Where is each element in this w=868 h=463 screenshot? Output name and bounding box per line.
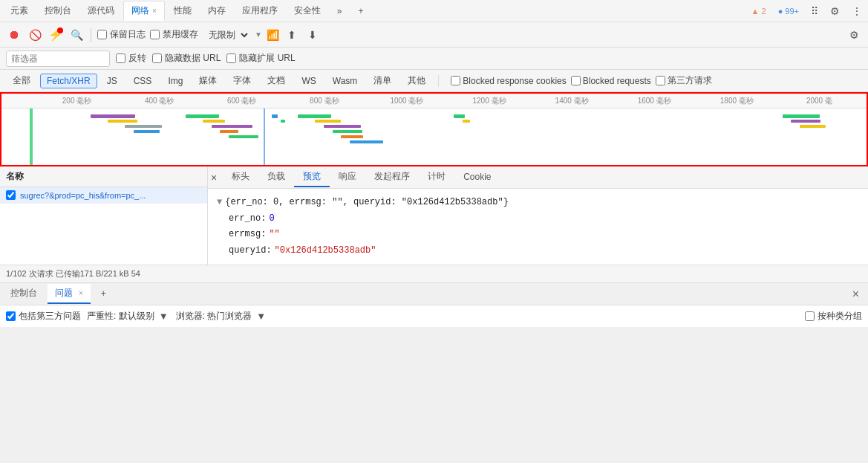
- bottom-close-icon[interactable]: ×: [852, 288, 859, 301]
- bottom-tab-issues-close[interactable]: ×: [79, 289, 83, 297]
- ruler-600: 600 毫秒: [200, 96, 283, 106]
- alerts-icon[interactable]: ▲ 2: [748, 5, 769, 17]
- detail-tab-timing[interactable]: 计时: [419, 167, 454, 187]
- network-toolbar: ⏺ 🚫 ⚡ 🔍 保留日志 禁用缓存 无限制 ▼ 📶 ⬆ ⬇ ⚙: [0, 22, 868, 48]
- tab-more[interactable]: »: [330, 3, 350, 19]
- hide-extension-checkbox[interactable]: 隐藏扩展 URL: [226, 52, 295, 65]
- tab-application[interactable]: 应用程序: [235, 1, 285, 20]
- ruler-1400: 1400 毫秒: [531, 96, 613, 106]
- json-preview: ▼ {err_no: 0, errmsg: "", queryid: "0x12…: [208, 189, 868, 265]
- tab-memory[interactable]: 内存: [200, 1, 233, 20]
- name-row-checkbox[interactable]: [6, 190, 16, 200]
- detail-tab-initiator[interactable]: 发起程序: [365, 167, 419, 187]
- bottom-tabs: 控制台 问题 × + ×: [0, 282, 868, 305]
- tab-sources[interactable]: 源代码: [80, 1, 122, 20]
- type-btn-fetch[interactable]: Fetch/XHR: [40, 74, 97, 88]
- tab-network[interactable]: 网络 ×: [123, 1, 165, 21]
- status-text: 1/102 次请求 已传输171 B/221 kB 54: [6, 268, 140, 279]
- timeline-ruler: 200 毫秒 400 毫秒 600 毫秒 800 毫秒 1000 毫秒 1200…: [1, 94, 867, 109]
- ruler-2000: 2000 毫: [778, 96, 861, 106]
- tab-security[interactable]: 安全性: [287, 1, 328, 20]
- type-btn-js[interactable]: JS: [100, 74, 124, 88]
- json-field-errno: err_no: 0: [229, 211, 859, 227]
- name-row[interactable]: sugrec?&prod=pc_his&from=pc_...: [0, 187, 207, 204]
- json-expand-icon[interactable]: ▼: [217, 195, 222, 211]
- split-container: 名称 sugrec?&prod=pc_his&from=pc_... × 标头 …: [0, 166, 868, 265]
- toolbar-sep-1: [91, 28, 91, 42]
- bottom-tabs-right: ×: [852, 288, 865, 301]
- bottom-tab-issues[interactable]: 问题 ×: [48, 284, 91, 304]
- detail-tab-cookie[interactable]: Cookie: [454, 169, 500, 187]
- left-pane: 名称 sugrec?&prod=pc_his&from=pc_...: [0, 166, 208, 265]
- type-btn-wasm[interactable]: Wasm: [326, 74, 365, 88]
- type-btn-media[interactable]: 媒体: [192, 72, 223, 89]
- bottom-tab-console[interactable]: 控制台: [3, 284, 45, 304]
- right-pane: × 标头 负载 预览 响应 发起程序 计时 Cookie ▼ {err_no: …: [208, 166, 868, 265]
- clear-button[interactable]: 🚫: [27, 27, 43, 43]
- type-btn-ws[interactable]: WS: [295, 74, 322, 88]
- tab-performance[interactable]: 性能: [166, 1, 199, 20]
- preserve-log-checkbox[interactable]: 保留日志: [97, 28, 146, 41]
- bottom-filter-right: 按种类分组: [805, 310, 862, 323]
- search-button[interactable]: 🔍: [68, 27, 85, 43]
- browser-group: 浏览器: 热门浏览器 ▼: [176, 309, 268, 323]
- filter-input[interactable]: [6, 51, 110, 67]
- settings-icon[interactable]: ⚙: [827, 4, 843, 19]
- ruler-1800: 1800 毫秒: [696, 96, 778, 106]
- error-button[interactable]: ⚡: [48, 27, 64, 43]
- bottom-filter-bar: 包括第三方问题 严重性: 默认级别 ▼ 浏览器: 热门浏览器 ▼ 按种类分组: [0, 305, 868, 327]
- wifi-icon: 📶: [267, 29, 279, 41]
- json-field-queryid: queryid: "0x126d412b5338adb": [229, 243, 859, 259]
- tab-console[interactable]: 控制台: [37, 1, 79, 20]
- include-third-party-checkbox[interactable]: 包括第三方问题: [6, 310, 81, 323]
- type-btn-all[interactable]: 全部: [6, 72, 37, 89]
- tab-elements[interactable]: 元素: [3, 1, 36, 20]
- ruler-1000: 1000 毫秒: [365, 96, 448, 106]
- export-button[interactable]: ⬇: [304, 27, 321, 43]
- ruler-400: 400 毫秒: [118, 96, 200, 106]
- import-button[interactable]: ⬆: [284, 27, 300, 43]
- remote-devices-icon[interactable]: ⠿: [808, 4, 821, 19]
- group-by-kind-checkbox[interactable]: 按种类分组: [805, 310, 862, 323]
- detail-tab-headers[interactable]: 标头: [223, 167, 258, 187]
- throttle-select[interactable]: 无限制: [203, 27, 250, 42]
- ruler-200: 200 毫秒: [36, 96, 118, 106]
- timeline-chart[interactable]: [1, 109, 867, 166]
- detail-close-btn[interactable]: ×: [211, 172, 217, 184]
- more-menu-icon[interactable]: ⋮: [849, 4, 865, 19]
- type-btn-font[interactable]: 字体: [226, 72, 258, 89]
- tab-network-close[interactable]: ×: [152, 7, 157, 15]
- hide-data-url-checkbox[interactable]: 隐藏数据 URL: [152, 52, 221, 65]
- invert-checkbox[interactable]: 反转: [116, 52, 146, 65]
- status-bar: 1/102 次请求 已传输171 B/221 kB 54: [0, 265, 868, 282]
- third-party-checkbox[interactable]: 第三方请求: [656, 74, 712, 87]
- type-btn-css[interactable]: CSS: [127, 74, 159, 88]
- record-button[interactable]: ⏺: [6, 27, 22, 43]
- tab-add[interactable]: +: [351, 3, 371, 19]
- type-btn-img[interactable]: Img: [161, 74, 189, 88]
- detail-tab-payload[interactable]: 负载: [258, 167, 294, 187]
- issues-icon[interactable]: ● 99+: [775, 5, 802, 17]
- tab-bar-right: ▲ 2 ● 99+ ⠿ ⚙ ⋮: [748, 4, 865, 19]
- blocked-requests-checkbox[interactable]: Blocked requests: [571, 76, 651, 86]
- ruler-1600: 1600 毫秒: [613, 96, 696, 106]
- json-root-line: ▼ {err_no: 0, errmsg: "", queryid: "0x12…: [217, 195, 859, 211]
- detail-tab-response[interactable]: 响应: [330, 167, 365, 187]
- throttle-arrow-icon: ▼: [255, 30, 262, 39]
- bottom-tab-add[interactable]: +: [94, 285, 114, 303]
- detail-tab-preview[interactable]: 预览: [294, 167, 330, 187]
- json-field-errmsg: errmsg: "": [229, 227, 859, 243]
- severity-arrow-icon[interactable]: ▼: [157, 309, 170, 323]
- type-checkboxes: Blocked response cookies Blocked request…: [451, 74, 711, 87]
- browser-arrow-icon[interactable]: ▼: [255, 309, 267, 323]
- json-fields: err_no: 0 errmsg: "" queryid: "0x126d412…: [229, 211, 859, 259]
- network-settings-button[interactable]: ⚙: [846, 27, 862, 43]
- type-btn-manifest[interactable]: 清单: [367, 72, 398, 89]
- main-tab-bar: 元素 控制台 源代码 网络 × 性能 内存 应用程序 安全性 » + ▲ 2 ●…: [0, 0, 868, 22]
- blocked-response-checkbox[interactable]: Blocked response cookies: [451, 76, 566, 86]
- disable-cache-checkbox[interactable]: 禁用缓存: [150, 28, 198, 41]
- filter-bar: 反转 隐藏数据 URL 隐藏扩展 URL: [0, 48, 868, 70]
- type-btn-other[interactable]: 其他: [401, 72, 432, 89]
- type-btn-doc[interactable]: 文档: [261, 72, 292, 89]
- ruler-1200: 1200 毫秒: [448, 96, 530, 106]
